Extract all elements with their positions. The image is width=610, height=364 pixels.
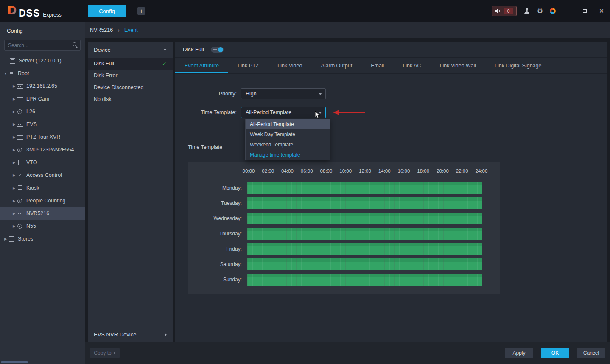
- expand-arrow-icon[interactable]: ▶: [11, 123, 17, 126]
- time-template-dropdown: All-Period TemplateWeek Day TemplateWeek…: [245, 119, 330, 160]
- time-template-select[interactable]: All-Period Template: [241, 107, 326, 118]
- expand-arrow-icon[interactable]: ▶: [11, 186, 17, 190]
- tree-item-nvr5216[interactable]: ▶NVR5216: [0, 207, 85, 220]
- expand-arrow-icon[interactable]: ▶: [11, 148, 17, 152]
- schedule-bar[interactable]: [247, 258, 482, 270]
- tab-alarm-output[interactable]: Alarm Output: [311, 58, 361, 73]
- device-event-label: No disk: [94, 96, 112, 102]
- gear-icon[interactable]: ⚙: [537, 8, 543, 14]
- schedule-bar[interactable]: [247, 182, 482, 194]
- schedule-bar[interactable]: [247, 243, 482, 255]
- tree-item-n55[interactable]: ▶N55: [0, 220, 85, 232]
- ok-button[interactable]: OK: [541, 348, 569, 358]
- schedule-bar[interactable]: [247, 213, 482, 224]
- annotation-arrow: [333, 109, 368, 116]
- expand-arrow-icon[interactable]: ▶: [3, 237, 8, 241]
- schedule-bar[interactable]: [247, 274, 482, 286]
- alarm-count-badge: 0: [504, 8, 513, 14]
- tab-email[interactable]: Email: [361, 58, 393, 73]
- brand-suffix: Express: [43, 12, 61, 18]
- device-event-device-disconnected[interactable]: Device Disconnected: [88, 81, 173, 93]
- device-event-disk-full[interactable]: Disk Full✓: [88, 58, 173, 70]
- expand-arrow-icon[interactable]: ▶: [11, 161, 17, 165]
- breadcrumb: NVR5216 › Event: [85, 22, 610, 38]
- dropdown-option-week-day-template[interactable]: Week Day Template: [246, 129, 330, 140]
- tree-item-server[interactable]: Server (127.0.0.1): [0, 54, 85, 67]
- tree-item-l26[interactable]: ▶L26: [0, 105, 85, 118]
- schedule-row-tuesday: Tuesday:: [188, 197, 500, 209]
- sidebar-horizontal-scrollbar[interactable]: [1, 361, 28, 363]
- tree-item-stores[interactable]: ▶ Stores: [0, 232, 85, 245]
- event-enable-toggle[interactable]: [211, 47, 224, 53]
- restore-icon: [583, 9, 587, 13]
- priority-select[interactable]: High: [241, 88, 326, 99]
- device-event-no-disk[interactable]: No disk: [88, 93, 173, 105]
- expand-arrow-icon[interactable]: ▶: [11, 110, 17, 114]
- tree-item-ptz-tour-xvr[interactable]: ▶PTZ Tour XVR: [0, 131, 85, 143]
- tree-children: ▶192.168.2.65▶LPR Cam▶L26▶EVS▶PTZ Tour X…: [0, 80, 85, 232]
- alarm-sound-button[interactable]: 0: [492, 6, 517, 16]
- tree-item-kiosk[interactable]: ▶Kiosk: [0, 182, 85, 194]
- restore-button[interactable]: [579, 6, 590, 16]
- expand-arrow-icon[interactable]: ▶: [11, 84, 17, 88]
- tree-item-evs[interactable]: ▶EVS: [0, 118, 85, 131]
- expand-arrow-icon[interactable]: ▶: [11, 174, 17, 177]
- tab-event-attribute[interactable]: Event Attribute: [175, 58, 228, 73]
- tab-link-ptz[interactable]: Link PTZ: [228, 58, 268, 73]
- evs-nvr-device-footer[interactable]: EVS NVR Device: [88, 327, 173, 342]
- expand-arrow-icon[interactable]: ▶: [11, 212, 17, 216]
- dropdown-option-weekend-template[interactable]: Weekend Template: [246, 140, 330, 150]
- tree-item-root[interactable]: ▼ Root: [0, 67, 85, 80]
- dropdown-option-all-period-template[interactable]: All-Period Template: [246, 119, 330, 129]
- time-template-label: Time Template:: [175, 109, 241, 115]
- hour-label: 22:00: [456, 168, 468, 174]
- tab-config[interactable]: Config: [88, 5, 126, 17]
- hour-label: 04:00: [281, 168, 294, 174]
- sidebar-title: Config: [0, 22, 85, 37]
- breadcrumb-device[interactable]: NVR5216: [90, 27, 113, 33]
- add-tab-button[interactable]: +: [137, 7, 145, 15]
- schedule-row-sunday: Sunday:: [188, 274, 500, 286]
- tree-item-label: LPR Cam: [26, 96, 49, 102]
- expand-arrow-icon[interactable]: ▶: [11, 135, 17, 139]
- tab-link-digital-signage[interactable]: Link Digital Signage: [485, 58, 551, 73]
- titlebar-controls: 0 ⚙ – ×: [492, 0, 607, 22]
- minimize-button[interactable]: –: [562, 6, 573, 16]
- manage-time-template-link[interactable]: Manage time template: [246, 150, 330, 160]
- search-input[interactable]: [5, 40, 76, 50]
- tree-item-lpr-cam[interactable]: ▶LPR Cam: [0, 92, 85, 105]
- tree-item-vto[interactable]: ▶VTO: [0, 156, 85, 169]
- tab-link-video-wall[interactable]: Link Video Wall: [430, 58, 485, 73]
- tab-link-ac[interactable]: Link AC: [393, 58, 430, 73]
- device-event-disk-error[interactable]: Disk Error: [88, 70, 173, 81]
- device-event-label: Device Disconnected: [94, 84, 143, 90]
- tree-item-192-168-2-65[interactable]: ▶192.168.2.65: [0, 80, 85, 92]
- cancel-button[interactable]: Cancel: [577, 348, 605, 358]
- expand-arrow-icon[interactable]: ▶: [11, 224, 17, 228]
- search-icon[interactable]: [73, 42, 76, 46]
- mouse-cursor: [315, 111, 321, 119]
- schedule-bar[interactable]: [247, 197, 482, 209]
- device-event-list: Disk Full✓Disk ErrorDevice DisconnectedN…: [88, 58, 173, 105]
- schedule-bar[interactable]: [247, 228, 482, 240]
- user-icon[interactable]: [523, 8, 530, 14]
- collapse-arrow-icon[interactable]: ▼: [3, 72, 8, 76]
- tree-item-access-control[interactable]: ▶Access Control: [0, 169, 85, 182]
- copy-to-button[interactable]: Copy to: [90, 348, 120, 358]
- tab-link-video[interactable]: Link Video: [268, 58, 311, 73]
- expand-arrow-icon[interactable]: ▶: [11, 97, 17, 101]
- breadcrumb-separator-icon: ›: [118, 27, 120, 34]
- encoder-icon: [17, 134, 23, 140]
- device-panel-header[interactable]: Device: [88, 42, 173, 58]
- expand-arrow-icon[interactable]: ▶: [11, 199, 17, 203]
- schedule-row-monday: Monday:: [188, 182, 500, 194]
- tree-item-3m05123pan2f554[interactable]: ▶3M05123PAN2F554: [0, 143, 85, 156]
- content-area: Device Disk Full✓Disk ErrorDevice Discon…: [85, 38, 610, 342]
- toggle-knob: [218, 47, 223, 52]
- app-window: D DSS Express Config + 0 ⚙ – × Config: [0, 0, 610, 364]
- apply-button[interactable]: Apply: [505, 348, 533, 358]
- priority-row: Priority: High: [175, 88, 326, 99]
- device-panel-title: Device: [94, 47, 111, 53]
- tree-item-people-counting[interactable]: ▶People Counting: [0, 194, 85, 207]
- close-button[interactable]: ×: [596, 6, 607, 16]
